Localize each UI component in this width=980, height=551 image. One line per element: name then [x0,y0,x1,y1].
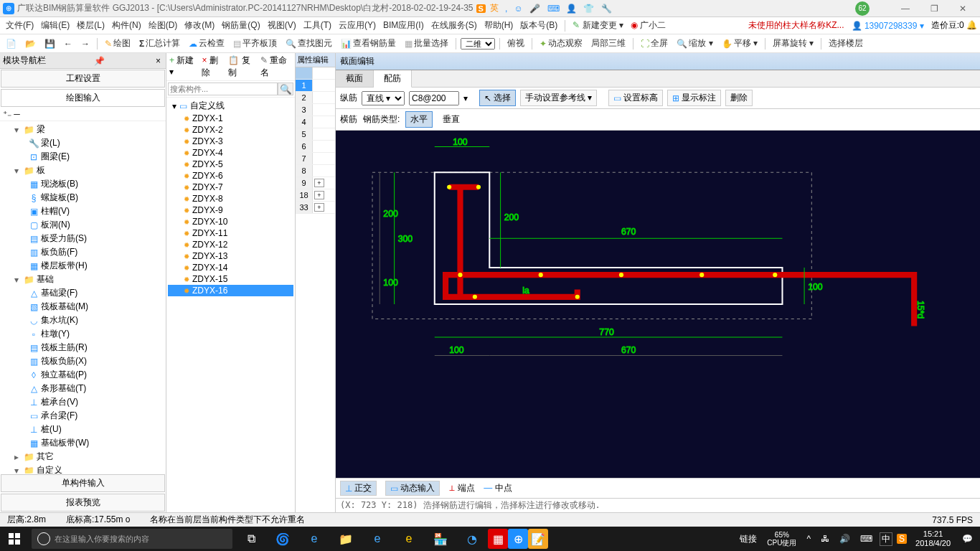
taskbar-app-4[interactable]: e [362,527,393,551]
tool-selectfloor[interactable]: 选择楼层 [826,36,866,51]
mid-item[interactable]: ✹ ZDYX-9 [168,204,293,216]
tree-item[interactable]: △ 条形基础(T) [0,382,166,395]
tool-flattop[interactable]: ▤ 平齐板顶 [230,36,280,51]
tray-link[interactable]: 链接 [737,533,760,545]
tool-redo[interactable]: → [78,37,93,50]
tray-vol-icon[interactable]: 🔊 [837,534,853,544]
select-button[interactable]: ↖选择 [479,90,516,106]
ime-icon-6[interactable]: 👕 [583,4,594,14]
account-link[interactable]: 👤 13907298339 ▾ [852,21,924,31]
ime-icon-1[interactable]: , [505,4,507,14]
ime-badge[interactable]: S [476,4,486,13]
tree-toolbar[interactable]: ⁺₋ ─ [0,108,166,121]
tree-item[interactable]: ▭ 承台梁(F) [0,409,166,423]
set-elev-button[interactable]: ▭设置标高 [608,90,663,106]
mid-item[interactable]: ✹ ZDYX-3 [168,136,293,147]
tree-item[interactable]: ▫ 柱墩(Y) [0,327,166,341]
prop-row[interactable]: 3 [296,104,335,116]
show-mark-button[interactable]: ⊞显示标注 [667,90,721,106]
tool-save[interactable]: 💾 [42,37,58,50]
midpoint-snap[interactable]: — 中点 [484,482,512,494]
mid-item[interactable]: ✹ ZDYX-14 [168,262,293,273]
mid-item[interactable]: ✹ ZDYX-12 [168,239,293,250]
tray-net-icon[interactable]: 🖧 [818,534,832,544]
mid-item[interactable]: ✹ ZDYX-5 [168,159,293,170]
menu-bim[interactable]: BIM应用(I) [380,18,427,33]
mid-item[interactable]: ✹ ZDYX-2 [168,124,293,136]
ime-icon-7[interactable]: 🔧 [601,4,612,14]
warning-text[interactable]: 未使用的柱大样名称KZ... [748,19,844,32]
prop-row[interactable]: 4 [296,116,335,128]
mid-item[interactable]: ✹ ZDYX-15 [168,273,293,285]
maximize-button[interactable]: ❐ [920,2,948,15]
mid-item[interactable]: ✹ ZDYX-16 [168,285,293,296]
search-input[interactable] [168,83,278,95]
taskbar-app-6[interactable]: 🏪 [425,527,456,551]
tool-batch[interactable]: ▦ 批量选择 [402,36,451,51]
tray-notif-icon[interactable]: 💬 [959,534,976,544]
prop-row-collapsed[interactable]: 33+ [296,202,335,214]
close-button[interactable]: ✕ [948,2,977,15]
prop-row[interactable]: 8 [296,165,335,177]
section-single[interactable]: 单构件输入 [1,474,165,492]
menu-file[interactable]: 文件(F) [3,18,37,33]
prop-row[interactable]: 7 [296,153,335,165]
viewmode-select[interactable]: 二维 [461,38,495,50]
left-panel-close[interactable]: × [154,56,163,66]
ime-icon-2[interactable]: ☺ [514,4,523,14]
tree-item[interactable]: ▣ 柱帽(V) [0,204,166,218]
menu-version[interactable]: 版本号(B) [517,18,560,33]
menu-help[interactable]: 帮助(H) [481,18,517,33]
menu-component[interactable]: 构件(N) [109,18,144,33]
prop-row[interactable]: 2 [296,92,335,104]
mid-root[interactable]: ▾ ▭ 自定义线 [168,99,293,113]
tree-group[interactable]: ▾📁 梁 [0,123,166,136]
mid-item[interactable]: ✹ ZDYX-8 [168,193,293,204]
tool-find[interactable]: 🔍 查找图元 [283,36,335,51]
menu-online[interactable]: 在线服务(S) [428,18,480,33]
mid-item[interactable]: ✹ ZDYX-11 [168,227,293,239]
opt-horizontal[interactable]: 水平 [405,111,433,128]
section-draw[interactable]: 绘图输入 [1,89,165,107]
tool-draw[interactable]: ✎绘图 [102,36,133,51]
task-view-icon[interactable]: ⧉ [235,527,267,551]
tool-fullscreen[interactable]: ⛶ 全屏 [638,36,671,51]
tray-cpu[interactable]: 65%CPU使用 [764,531,799,547]
mid-tool[interactable]: ✎ 重命名 [260,55,292,79]
taskbar-app-2[interactable]: e [298,527,330,551]
mid-tool[interactable]: + 新建 ▾ [169,55,197,79]
tool-sum[interactable]: Σ 汇总计算 [136,36,183,51]
tray-up-icon[interactable]: ^ [804,534,814,544]
ime-icon-4[interactable]: ⌨ [547,4,560,14]
tool-topview[interactable]: 俯视 [504,36,527,51]
bell-icon[interactable]: 🔔 [966,20,977,30]
mid-item[interactable]: ✹ ZDYX-1 [168,113,293,124]
tree-item[interactable]: △ 基础梁(F) [0,286,166,300]
dyninput-button[interactable]: ▭动态输入 [385,481,440,496]
tree-group[interactable]: ▾📁 自定义 [0,463,166,474]
taskbar-app-5[interactable]: e [393,527,425,551]
line-type-select[interactable]: 直线 ▾ [362,91,405,105]
menu-edit[interactable]: 编辑(E) [38,18,72,33]
delete-button[interactable]: 删除 [725,90,753,106]
tree-item[interactable]: ▦ 现浇板(B) [0,177,166,191]
tool-open[interactable]: 📂 [22,37,39,50]
tray-ime-icon[interactable]: ⌨ [857,534,875,544]
tree-item[interactable]: ⊥ 桩(U) [0,423,166,436]
tool-cloudcheck[interactable]: ☁云检查 [186,36,227,51]
tool-rotate[interactable]: 屏幕旋转 ▾ [770,36,816,51]
tree-item[interactable]: § 螺旋板(B) [0,191,166,204]
menu-cloud[interactable]: 云应用(Y) [336,18,379,33]
mid-item[interactable]: ✹ ZDYX-4 [168,147,293,159]
taskbar-app-7[interactable]: ◔ [456,527,488,551]
tool-local3d[interactable]: 局部三维 [588,36,628,51]
prop-row[interactable]: 1 [296,80,335,92]
mid-item[interactable]: ✹ ZDYX-6 [168,170,293,182]
tree-item[interactable]: ⊡ 圈梁(E) [0,150,166,164]
tray-clock[interactable]: 15:212018/4/20 [911,529,955,548]
taskbar-app-10[interactable]: 📝 [528,529,548,549]
tree-item[interactable]: ◡ 集水坑(K) [0,314,166,327]
tray-sogou[interactable]: S [897,534,907,544]
tree-item[interactable]: ▧ 筏板基础(M) [0,300,166,314]
ime-icon-5[interactable]: 👤 [566,4,577,14]
